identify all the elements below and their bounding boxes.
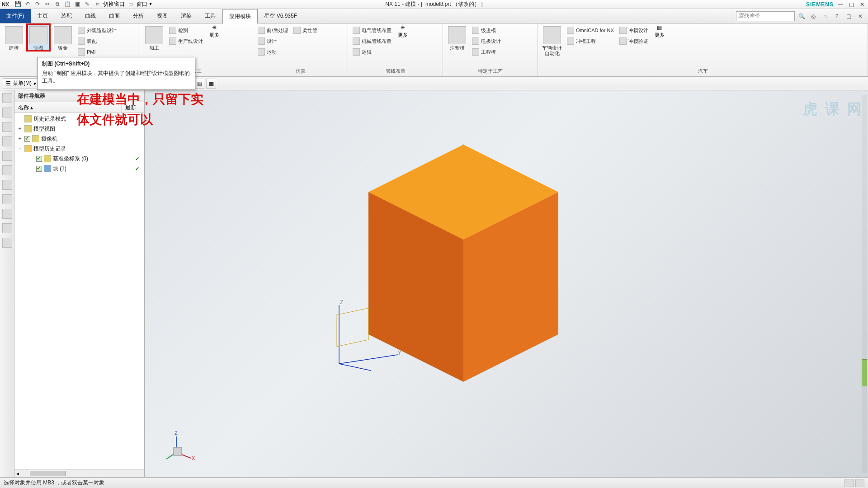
electrode-button[interactable]: 电极设计 <box>470 36 503 46</box>
checkbox[interactable] <box>24 136 30 142</box>
close-icon[interactable]: ✕ <box>858 1 866 8</box>
checkbox[interactable] <box>36 166 42 172</box>
manufacturing-button[interactable]: 加工 <box>143 24 165 51</box>
omnicad-button[interactable]: OmniCAD for NX <box>565 25 616 35</box>
tree-row[interactable]: +摄像机 <box>14 134 144 144</box>
moldwizard-button[interactable]: 注塑模 <box>446 24 468 51</box>
elec-routing-button[interactable]: 电气管线布置 <box>351 25 393 35</box>
undo-icon[interactable]: ↶ <box>24 0 32 8</box>
menu-home[interactable]: 主页 <box>31 9 55 23</box>
view-shade-icon[interactable]: ▦ <box>194 79 204 89</box>
vehicle-icon <box>543 26 561 44</box>
hd3d-icon[interactable] <box>2 151 12 161</box>
check-icon: ✓ <box>135 165 140 172</box>
browser-icon[interactable] <box>2 165 12 175</box>
nav-tree[interactable]: 历史记录模式 +模型视图 +摄像机 −模型历史记录 基准坐标系 (0)✓ 块 (… <box>14 113 144 469</box>
datum-csys[interactable]: Y Z <box>330 291 411 373</box>
cube-icon[interactable]: ▣ <box>73 0 81 8</box>
knurl-icon[interactable] <box>2 238 12 248</box>
svg-text:Z: Z <box>175 430 178 436</box>
menu-file[interactable]: 文件(F) <box>0 9 31 23</box>
menu-application-module[interactable]: 应用模块 <box>222 9 258 23</box>
assembly-button[interactable]: 装配 <box>76 36 118 46</box>
menu-assembly[interactable]: 装配 <box>55 9 79 23</box>
status-icon-1[interactable] <box>844 479 854 487</box>
tree-row[interactable]: 块 (1)✓ <box>14 164 144 174</box>
constraint-nav-icon[interactable] <box>2 122 12 132</box>
system-icon[interactable] <box>2 209 12 219</box>
process-icon[interactable] <box>2 223 12 233</box>
save-icon[interactable]: 💾 <box>14 0 22 8</box>
vehicle-design-button[interactable]: 车辆设计自动化 <box>541 24 563 56</box>
main-menu-button[interactable]: ☰菜单(M)▾ <box>3 78 39 89</box>
chevron-down-icon[interactable]: ▾ <box>149 0 152 8</box>
expand-icon[interactable]: + <box>17 126 23 132</box>
menu-curve[interactable]: 曲线 <box>79 9 103 23</box>
roles-icon[interactable] <box>2 194 12 204</box>
drafting-button[interactable]: 制图 <box>27 24 50 51</box>
copy-icon[interactable]: ⧉ <box>53 0 61 8</box>
motion-button[interactable]: 运动 <box>256 47 290 57</box>
part-nav-icon[interactable] <box>2 93 12 103</box>
sim-design-button[interactable]: 设计 <box>256 36 290 46</box>
doc-close-icon[interactable]: ✕ <box>855 11 865 21</box>
window-dropdown-label[interactable]: 窗口 <box>137 0 147 8</box>
search-go-icon[interactable]: 🔍 <box>797 11 807 21</box>
assembly-nav-icon[interactable] <box>2 108 12 117</box>
collapse-icon[interactable]: − <box>17 145 23 152</box>
app-logo: NX <box>0 1 11 8</box>
brush-icon[interactable]: ✎ <box>83 0 91 8</box>
cut-icon[interactable]: ✂ <box>43 0 52 8</box>
checkbox[interactable] <box>36 156 42 162</box>
die-validate-button[interactable]: 冲模验证 <box>618 36 650 46</box>
menu-surface[interactable]: 曲面 <box>103 9 127 23</box>
shape-studio-button[interactable]: 外观造型设计 <box>76 25 118 35</box>
switch-window-label[interactable]: 切换窗口 <box>103 0 125 8</box>
inspection-button[interactable]: 检测 <box>167 25 205 35</box>
modeling-button[interactable]: 建模 <box>3 24 25 51</box>
history-icon[interactable] <box>2 180 12 190</box>
auto-more-button[interactable]: ▦更多 <box>652 24 667 38</box>
help-icon[interactable]: ? <box>832 11 842 21</box>
menu-view[interactable]: 视图 <box>151 9 175 23</box>
piping-more-button[interactable]: ✳更多 <box>395 24 410 38</box>
nav-scrollbar[interactable]: ◂ <box>14 469 144 477</box>
status-text: 选择对象并使用 MB3 ，或者双击某一对象 <box>4 479 104 487</box>
command-search-input[interactable]: 查找命令 <box>736 11 795 21</box>
sheetmetal-button[interactable]: 钣金 <box>52 24 74 51</box>
menu-tools[interactable]: 工具 <box>198 9 222 23</box>
machining-more-button[interactable]: ✳更多 <box>207 24 222 38</box>
flexpipe-button[interactable]: 柔性管 <box>292 25 319 35</box>
menu-star[interactable]: 星空 V6.935F <box>258 9 304 23</box>
minimize-icon[interactable]: — <box>836 1 844 8</box>
mech-routing-button[interactable]: 机械管线布置 <box>351 36 393 46</box>
progdie-button[interactable]: 级进模 <box>470 25 503 35</box>
home-icon[interactable]: ⌂ <box>820 11 830 21</box>
engmold-button[interactable]: 工程模 <box>470 47 503 57</box>
menu-analyze[interactable]: 分析 <box>127 9 151 23</box>
switch-window-icon[interactable]: ⌗ <box>93 0 101 8</box>
expand-icon[interactable]: + <box>17 136 23 142</box>
die-design-button[interactable]: 冲模设计 <box>618 25 650 35</box>
status-icon-2[interactable] <box>855 479 864 487</box>
paste-icon[interactable]: 📋 <box>63 0 71 8</box>
line-design-button[interactable]: 生产线设计 <box>167 36 205 46</box>
prepost-button[interactable]: 前/后处理 <box>256 25 290 35</box>
window-icon[interactable]: ▭ <box>127 0 135 8</box>
pmi-button[interactable]: PMI <box>76 47 118 57</box>
tour-icon[interactable]: ◎ <box>808 11 818 21</box>
svg-rect-9 <box>174 447 182 455</box>
graphics-viewport[interactable]: 虎 课 网 Y Z Z X <box>145 90 868 477</box>
dieeng-icon <box>567 38 574 45</box>
reuse-lib-icon[interactable] <box>2 136 12 146</box>
viewport-scrollbar[interactable] <box>862 95 867 473</box>
logical-button[interactable]: 逻辑 <box>351 47 393 57</box>
tree-row[interactable]: −模型历史记录 <box>14 144 144 154</box>
die-eng-button[interactable]: 冲模工程 <box>565 36 616 46</box>
maximize-icon[interactable]: ▢ <box>847 1 855 8</box>
ribbon-min-icon[interactable]: ▢ <box>844 11 854 21</box>
tree-row[interactable]: 基准坐标系 (0)✓ <box>14 154 144 164</box>
redo-icon[interactable]: ↷ <box>33 0 42 8</box>
view-wire-icon[interactable]: ▩ <box>206 79 216 89</box>
menu-render[interactable]: 渲染 <box>175 9 198 23</box>
